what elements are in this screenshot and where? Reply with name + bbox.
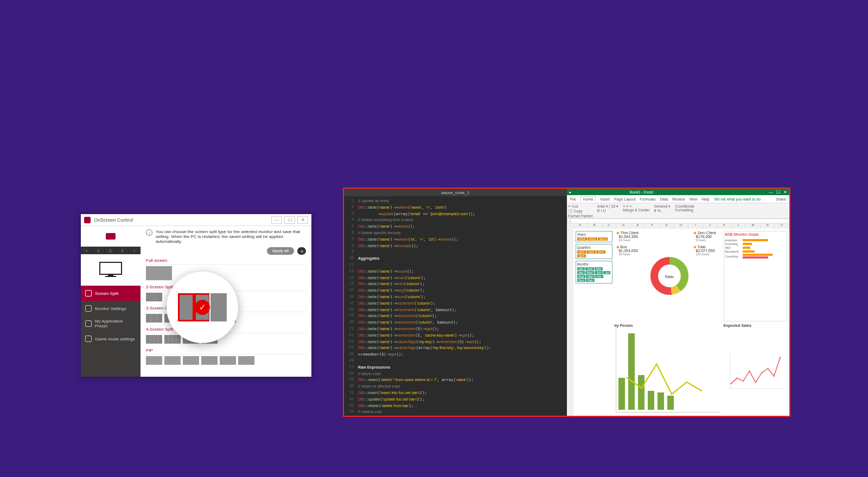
slicer-item[interactable]: Nov (577, 279, 586, 282)
minimize-button[interactable]: — (769, 190, 773, 195)
layout-option[interactable] (146, 266, 172, 280)
kpi-thin-client: Thin Client$1,044,30063 Deals (615, 231, 647, 242)
slicer-months[interactable]: Months JanFebMarAprMayJunJulAugSepOctNov… (576, 261, 612, 283)
slicer-item[interactable]: Aug (577, 275, 586, 278)
slicer-item[interactable]: Qtr1 (577, 250, 586, 254)
tab-data[interactable]: Data (660, 197, 668, 201)
apply-all-button[interactable]: Apply all (267, 247, 294, 255)
code-content[interactable]: // Update an entry DB::table('name')->wh… (356, 196, 567, 416)
worksheet[interactable]: ABCDEFGHIJKLMNO Years 201420132012 Quart… (567, 223, 790, 416)
app-title: OnScreen Control (94, 217, 133, 223)
tab-insert[interactable]: Insert (600, 197, 610, 201)
tell-me-field[interactable]: Tell me what you want to do (714, 197, 761, 201)
layout-option[interactable] (183, 356, 199, 365)
tab-review[interactable]: Review (672, 197, 685, 201)
maximize-button[interactable]: ☐ (284, 216, 295, 224)
svg-text:Ratio: Ratio (665, 275, 674, 279)
tab-home[interactable]: Home (580, 196, 596, 202)
layout-option[interactable] (146, 293, 162, 301)
slicer-years[interactable]: Years 201420132012 (576, 231, 612, 242)
section-pip: PIP (146, 348, 306, 354)
slicer-panel: Years 201420132012 Quarters Qtr1Qtr2Qtr3… (576, 231, 612, 414)
kpi-donut-block: Thin Client$1,044,30063 Deals Box$1,354,… (615, 231, 722, 321)
logo-area (81, 226, 141, 247)
line-chart-svg (725, 328, 787, 413)
magnifier-lens: ✓ (167, 272, 238, 343)
slicer-item[interactable]: Jul (603, 271, 610, 274)
tab-pagelayout[interactable]: Page Layout (614, 197, 635, 201)
slicer-item[interactable]: Mar (595, 267, 603, 270)
layout-option[interactable] (146, 314, 162, 323)
nav-app-preset[interactable]: My Application Preset (81, 316, 141, 331)
split-icon (85, 290, 92, 296)
svg-point-11 (749, 370, 750, 371)
kpi-total: Total$2,577,050120 Deals (692, 245, 722, 256)
close-button[interactable]: ✕ (297, 216, 308, 224)
svg-rect-2 (105, 276, 116, 277)
minimize-button[interactable]: — (271, 216, 282, 224)
share-button[interactable]: Share (776, 197, 786, 201)
by-person-chart: by Person (615, 324, 722, 414)
editor-tab[interactable]: sauce_code_1 (344, 189, 567, 196)
excel-window: ● Book1 - Excel —☐✕ File Home Insert Pag… (567, 189, 790, 416)
slicer-item[interactable]: Jun (595, 271, 603, 274)
layout-option[interactable] (238, 356, 254, 365)
tab-help[interactable]: Help (701, 197, 709, 201)
selection-highlight-left (178, 293, 194, 321)
maximize-button[interactable]: ☐ (776, 190, 780, 195)
slicer-item[interactable]: Qtr2 (586, 250, 596, 254)
slicer-item[interactable]: Oct (595, 275, 603, 278)
expected-sales-chart: Expected Sales (724, 324, 788, 414)
slicer-item[interactable]: May (585, 271, 594, 274)
svg-point-12 (755, 382, 756, 383)
nav-screen-split[interactable]: Screen Split (81, 286, 141, 301)
layout-option[interactable] (164, 335, 181, 344)
layout-option[interactable] (201, 356, 218, 365)
app-icon (84, 217, 91, 223)
reset-button[interactable]: ⟲ (297, 247, 306, 255)
b2b-deals-chart: B2B Monitor Deals employeeConsultingH&OE… (724, 231, 788, 321)
slicer-item[interactable]: Sep (586, 275, 595, 278)
tab-file[interactable]: File (570, 197, 576, 201)
tab-formulas[interactable]: Formulas (640, 197, 655, 201)
layout-option[interactable] (146, 335, 162, 344)
titlebar[interactable]: OnScreen Control — ☐ ✕ (81, 214, 311, 226)
close-button[interactable]: ✕ (783, 190, 787, 195)
nav-game-mode[interactable]: Game mode settings (81, 331, 141, 346)
gear-icon (85, 305, 92, 312)
info-text: You can choose the screen split type for… (156, 229, 306, 244)
excel-titlebar[interactable]: ● Book1 - Excel —☐✕ (567, 189, 790, 195)
slicer-item[interactable]: Feb (585, 267, 593, 270)
code-editor-window: sauce_code_1 123456789101112131415161718… (344, 189, 567, 416)
monitor-tabs[interactable]: <123> (81, 247, 141, 254)
formula-bar[interactable]: fx (567, 218, 790, 223)
section-fullscreen: Full screen (146, 258, 306, 265)
layout-option[interactable] (164, 356, 181, 365)
slicer-item[interactable]: Dec (586, 279, 595, 282)
slicer-item[interactable]: 2014 (577, 237, 587, 241)
svg-point-9 (736, 377, 737, 378)
ribbon-tabs[interactable]: File Home Insert Page Layout Formulas Da… (567, 195, 790, 203)
slicer-item[interactable]: Apr (577, 271, 585, 274)
line-gutter: 1234567891011121314151617181920212223242… (344, 196, 356, 416)
gamepad-icon (85, 336, 92, 342)
ribbon-body[interactable]: ✂ Cut📋 CopyFormat Painter Arial ▾ | 10 ▾… (567, 203, 790, 218)
slicer-item[interactable]: 2012 (598, 237, 608, 241)
svg-point-14 (767, 368, 768, 369)
slicer-item[interactable]: 2013 (588, 237, 597, 241)
svg-point-8 (730, 383, 731, 384)
slicer-quarters[interactable]: Quarters Qtr1Qtr2Qtr3Qtr4 (576, 244, 612, 259)
svg-rect-0 (100, 262, 122, 274)
layout-option[interactable] (146, 356, 162, 365)
svg-point-15 (773, 375, 774, 376)
slicer-item[interactable]: Jan (577, 267, 585, 270)
tab-view[interactable]: View (689, 197, 697, 201)
svg-point-16 (780, 357, 781, 358)
slicer-item[interactable]: Qtr3 (596, 250, 605, 254)
monitor-preview (81, 254, 141, 286)
autosave-icon: ● (569, 190, 571, 194)
layout-option[interactable] (220, 356, 236, 365)
slicer-item[interactable]: Qtr4 (577, 254, 586, 257)
nav-monitor-settings[interactable]: Monitor Settings (81, 301, 141, 316)
workbook-title: Book1 - Excel (630, 190, 653, 194)
